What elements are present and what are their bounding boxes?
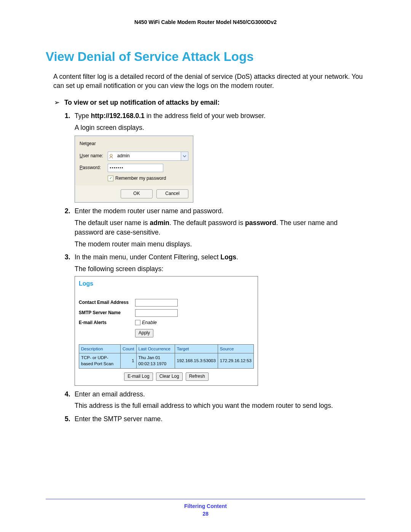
logs-panel: Logs Contact Email Address SMTP Server N…: [75, 276, 258, 385]
step2-text-b: The default user name is admin. The defa…: [75, 218, 365, 237]
cell-description: TCP- or UDP-based Port Scan: [79, 353, 121, 368]
contact-email-input[interactable]: [135, 299, 178, 307]
remember-password-checkbox[interactable]: ✓ Remember my password: [108, 175, 188, 182]
step5-text-a: Enter the SMTP server name.: [75, 415, 162, 423]
clear-log-button[interactable]: Clear Log: [156, 372, 183, 381]
username-combobox[interactable]: admin: [108, 152, 188, 161]
step-1: 1.Type http://192.168.0.1 in the address…: [65, 111, 365, 203]
step2-text-a: Enter the modem router user name and pas…: [75, 207, 223, 215]
step4-text-b: This address is the full email address t…: [75, 401, 365, 411]
table-row: TCP- or UDP-based Port Scan 1 Thu Jan 01…: [79, 353, 254, 368]
step-5: 5.Enter the SMTP server name.: [65, 414, 365, 424]
ok-button[interactable]: OK: [121, 189, 153, 198]
col-count: Count: [120, 344, 136, 353]
login-brand: Netgear: [80, 141, 188, 147]
refresh-button[interactable]: Refresh: [186, 372, 209, 381]
footer-rule: [46, 499, 365, 499]
cancel-button[interactable]: Cancel: [156, 189, 188, 198]
cell-count: 1: [120, 353, 136, 368]
triangle-right-icon: ➢: [53, 99, 60, 107]
step1-text-b: in the address field of your web browser…: [145, 112, 266, 120]
chevron-down-icon[interactable]: [181, 152, 188, 160]
step4-text-a: Enter an email address.: [75, 390, 145, 398]
step3-text-a: In the main menu, under Content Filterin…: [75, 253, 220, 261]
username-label: User name:: [80, 153, 108, 159]
step1-text-c: A login screen displays.: [75, 123, 365, 133]
intro-paragraph: A content filter log is a detailed recor…: [53, 72, 365, 90]
procedure-heading: ➢ To view or set up notification of atta…: [53, 99, 365, 107]
contact-email-label: Contact Email Address: [79, 299, 135, 306]
col-last-occurrence: Last Occurrence: [136, 344, 175, 353]
cell-target: 192.168.15.3:53003: [175, 353, 218, 368]
checkbox-icon: [135, 320, 140, 325]
email-alerts-enable[interactable]: Enable: [135, 320, 157, 326]
user-icon: [108, 152, 116, 160]
smtp-server-input[interactable]: [135, 309, 178, 317]
section-title: View Denial of Service Attack Logs: [46, 50, 365, 64]
checkmark-icon: ✓: [108, 176, 113, 181]
login-dialog: Netgear User name: admin: [75, 136, 193, 203]
step-3: 3.In the main menu, under Content Filter…: [65, 252, 365, 385]
email-alerts-label: E-mail Alerts: [79, 320, 135, 326]
logs-title: Logs: [75, 276, 258, 299]
table-header-row: Description Count Last Occurrence Target…: [79, 344, 254, 353]
password-label: Password:: [80, 165, 108, 171]
step-2: 2.Enter the modem router user name and p…: [65, 206, 365, 249]
step1-text-a: Type: [75, 112, 91, 120]
col-target: Target: [175, 344, 218, 353]
footer-page-number: 28: [46, 511, 365, 517]
footer-section: Filtering Content: [46, 503, 365, 509]
apply-button[interactable]: Apply: [135, 329, 153, 337]
smtp-server-label: SMTP Server Name: [79, 310, 135, 316]
doc-header: N450 WiFi Cable Modem Router Model N450/…: [46, 19, 365, 25]
step2-text-c: The modem router main menu displays.: [75, 240, 365, 249]
col-source: Source: [218, 344, 253, 353]
step3-text-b: The following screen displays:: [75, 264, 365, 274]
cell-last: Thu Jan 01 00:02:13 1970: [136, 353, 175, 368]
page-footer: Filtering Content 28: [46, 499, 365, 517]
password-input[interactable]: •••••••: [108, 164, 163, 172]
email-log-button[interactable]: E-mail Log: [124, 372, 153, 381]
procedure-heading-text: To view or set up notification of attack…: [64, 99, 220, 106]
step3-logs-bold: Logs: [220, 253, 236, 261]
username-value: admin: [116, 152, 181, 160]
router-url: http://192.168.0.1: [91, 112, 145, 120]
step-4: 4.Enter an email address. This address i…: [65, 390, 365, 411]
cell-source: 172.29.16.12:53: [218, 353, 253, 368]
svg-point-0: [110, 154, 112, 157]
col-description: Description: [79, 344, 121, 353]
remember-password-label: Remember my password: [115, 175, 166, 182]
logs-table: Description Count Last Occurrence Target…: [79, 344, 254, 369]
enable-label: Enable: [142, 320, 157, 325]
